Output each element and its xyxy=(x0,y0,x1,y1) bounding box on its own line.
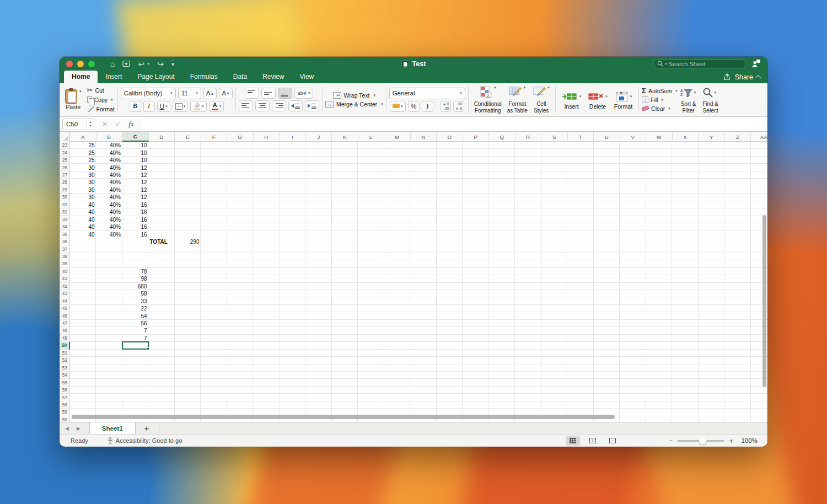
clear-dropdown-icon[interactable]: ▾ xyxy=(668,106,670,111)
column-header-C[interactable]: C xyxy=(122,132,149,142)
row-header-59[interactable]: 59 xyxy=(60,409,70,416)
cell-B27[interactable]: 40% xyxy=(96,171,123,179)
row-header-53[interactable]: 53 xyxy=(60,364,70,372)
font-color-dropdown-icon[interactable]: ▾ xyxy=(219,104,222,109)
fill-button[interactable]: ↓ Fill ▾ xyxy=(642,95,678,104)
page-break-view-button[interactable]: ⌐ xyxy=(605,436,620,446)
row-header-43[interactable]: 43 xyxy=(60,290,70,297)
cell-C23[interactable]: 10 xyxy=(122,142,149,149)
next-sheet-icon[interactable]: ▶ xyxy=(77,426,80,431)
sort-filter-dropdown-icon[interactable]: ▾ xyxy=(694,90,696,95)
search-scope-dropdown-icon[interactable]: ▾ xyxy=(665,62,667,66)
row-header-44[interactable]: 44 xyxy=(60,297,70,304)
collapse-ribbon-icon[interactable] xyxy=(755,75,761,81)
close-button[interactable] xyxy=(66,61,73,67)
cell-B31[interactable]: 40% xyxy=(96,201,123,208)
tab-view[interactable]: View xyxy=(292,71,321,83)
row-header-39[interactable]: 39 xyxy=(60,260,70,267)
grow-font-button[interactable]: A▲ xyxy=(203,88,217,99)
tab-formulas[interactable]: Formulas xyxy=(182,71,225,83)
cell-A30[interactable]: 30 xyxy=(70,194,96,201)
name-box[interactable]: C50 ▲▼ xyxy=(62,119,94,130)
borders-dropdown-icon[interactable]: ▾ xyxy=(184,104,186,109)
comma-style-button[interactable]: ) xyxy=(422,101,433,112)
cell-C34[interactable]: 16 xyxy=(122,223,149,230)
row-header-58[interactable]: 58 xyxy=(60,401,70,409)
align-top-button[interactable] xyxy=(245,88,259,99)
column-header-L[interactable]: L xyxy=(358,132,385,142)
column-header-Q[interactable]: Q xyxy=(489,132,515,142)
column-header-H[interactable]: H xyxy=(254,132,280,142)
cell-C26[interactable]: 12 xyxy=(122,164,149,171)
row-header-35[interactable]: 35 xyxy=(60,230,70,238)
copy-button[interactable]: Copy ▾ xyxy=(87,95,115,104)
merge-center-dropdown-icon[interactable]: ▾ xyxy=(381,102,383,106)
row-header-33[interactable]: 33 xyxy=(60,216,70,223)
conditional-formatting-dropdown-icon[interactable]: ▾ xyxy=(494,85,496,90)
font-family-select[interactable]: Calibri (Body) ▾ xyxy=(121,88,176,99)
font-size-select[interactable]: 11 ▾ xyxy=(178,88,201,99)
column-header-U[interactable]: U xyxy=(594,132,620,142)
cell-C28[interactable]: 12 xyxy=(122,179,149,186)
cell-E36[interactable]: 290 xyxy=(175,238,201,245)
cell-C44[interactable]: 33 xyxy=(122,297,149,304)
cell-B32[interactable]: 40% xyxy=(96,208,123,216)
row-header-57[interactable]: 57 xyxy=(60,394,70,401)
row-header-48[interactable]: 48 xyxy=(60,327,70,334)
column-header-O[interactable]: O xyxy=(437,132,463,142)
share-button[interactable]: Share xyxy=(735,73,753,81)
row-header-27[interactable]: 27 xyxy=(60,171,70,179)
paste-dropdown-icon[interactable]: ▾ xyxy=(79,89,82,94)
search-sheet-box[interactable]: ▾ Search Sheet xyxy=(654,59,745,68)
align-left-button[interactable] xyxy=(239,100,253,111)
cell-B28[interactable]: 40% xyxy=(96,179,123,186)
normal-view-button[interactable] xyxy=(566,436,580,446)
row-header-37[interactable]: 37 xyxy=(60,245,70,253)
cell-styles-button[interactable]: ▾ CellStyles xyxy=(533,85,550,114)
cell-A23[interactable]: 25 xyxy=(70,142,96,149)
sort-filter-button[interactable]: AZ ▾ Sort &Filter xyxy=(680,85,697,114)
cell-C48[interactable]: 7 xyxy=(122,327,149,334)
conditional-formatting-button[interactable]: ≠ ▾ ConditionalFormatting xyxy=(474,85,502,114)
column-header-I[interactable]: I xyxy=(280,132,306,142)
cell-C47[interactable]: 56 xyxy=(122,320,149,327)
decrease-indent-button[interactable] xyxy=(288,100,303,111)
tab-page-layout[interactable]: Page Layout xyxy=(130,71,182,83)
cell-A29[interactable]: 30 xyxy=(70,186,96,194)
cell-A27[interactable]: 30 xyxy=(70,171,96,179)
insert-cells-button[interactable]: ▾ Insert xyxy=(562,90,582,110)
row-header-24[interactable]: 24 xyxy=(60,149,70,156)
row-header-30[interactable]: 30 xyxy=(60,194,70,201)
column-header-R[interactable]: R xyxy=(515,132,542,142)
copy-dropdown-icon[interactable]: ▾ xyxy=(111,98,113,102)
orientation-button[interactable]: ab➤▾ xyxy=(294,88,313,99)
column-header-N[interactable]: N xyxy=(411,132,437,142)
cell-A32[interactable]: 40 xyxy=(70,208,96,216)
column-header-T[interactable]: T xyxy=(568,132,594,142)
cell-A25[interactable]: 25 xyxy=(70,157,96,164)
cell-C45[interactable]: 22 xyxy=(122,305,149,312)
wrap-text-button[interactable]: ↩ Wrap Text ▾ xyxy=(333,92,375,99)
row-header-56[interactable]: 56 xyxy=(60,387,70,394)
row-header-23[interactable]: 23 xyxy=(60,142,70,149)
font-color-button[interactable]: A ▾ xyxy=(209,101,224,112)
cell-C46[interactable]: 54 xyxy=(122,312,149,319)
cell-D36[interactable]: TOTAL xyxy=(149,238,175,245)
cell-B35[interactable]: 40% xyxy=(96,230,123,238)
cell-C25[interactable]: 10 xyxy=(122,157,149,164)
row-header-49[interactable]: 49 xyxy=(60,335,70,342)
zoom-slider[interactable] xyxy=(677,440,724,442)
home-icon[interactable]: ⌂ xyxy=(110,60,115,68)
cell-C24[interactable]: 10 xyxy=(122,149,149,156)
save-icon[interactable] xyxy=(122,60,130,67)
underline-dropdown-icon[interactable]: ▾ xyxy=(165,104,168,109)
percent-style-button[interactable]: % xyxy=(408,101,420,112)
name-box-stepper[interactable]: ▲▼ xyxy=(87,119,94,130)
horizontal-scrollbar[interactable] xyxy=(72,415,615,419)
zoom-in-button[interactable]: + xyxy=(729,437,733,445)
zoom-button[interactable] xyxy=(88,61,95,67)
column-header-F[interactable]: F xyxy=(201,132,228,142)
column-header-A[interactable]: A xyxy=(70,132,96,142)
row-header-36[interactable]: 36 xyxy=(60,238,70,245)
cell-C42[interactable]: 680 xyxy=(122,283,149,290)
